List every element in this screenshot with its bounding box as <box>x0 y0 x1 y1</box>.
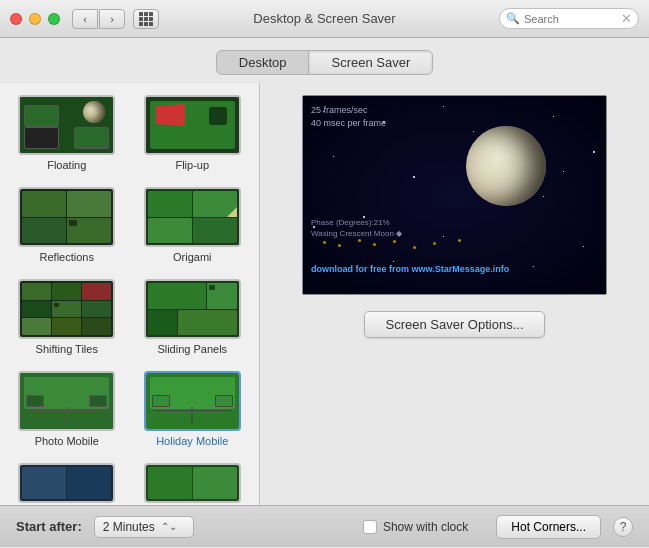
main-content: Floating Flip-up <box>0 83 649 505</box>
star <box>593 151 595 153</box>
screensaver-label: Reflections <box>40 251 94 263</box>
thumbnail <box>18 279 115 339</box>
star <box>543 196 544 197</box>
start-after-dropdown[interactable]: 2 Minutes ⌃⌄ <box>94 516 194 538</box>
star <box>583 246 584 247</box>
star <box>553 116 554 117</box>
star <box>333 156 334 157</box>
grid-icon <box>139 12 153 26</box>
grid-view-button[interactable] <box>133 9 159 29</box>
star <box>563 171 564 172</box>
star <box>443 106 444 107</box>
thumbnail <box>144 463 241 503</box>
thumbnail <box>18 95 115 155</box>
thumbnail <box>144 95 241 155</box>
orbital-dot <box>413 246 416 249</box>
list-item[interactable]: Photo Mobile <box>8 367 126 451</box>
start-after-label: Start after: <box>16 519 82 534</box>
list-item[interactable]: Origami <box>134 183 252 267</box>
traffic-lights <box>10 13 60 25</box>
close-button[interactable] <box>10 13 22 25</box>
back-button[interactable]: ‹ <box>72 9 98 29</box>
star <box>473 131 474 132</box>
orbital-dot <box>338 244 341 247</box>
preview-download-text: download for free from www.StarMessage.i… <box>311 264 598 274</box>
maximize-button[interactable] <box>48 13 60 25</box>
screensaver-label: Floating <box>47 159 86 171</box>
moon-graphic <box>466 126 546 206</box>
bottom-bar: Start after: 2 Minutes ⌃⌄ Show with cloc… <box>0 505 649 547</box>
screensaver-label: Flip-up <box>175 159 209 171</box>
orbital-dot <box>358 239 361 242</box>
orbital-dot <box>323 241 326 244</box>
screensaver-label: Holiday Mobile <box>156 435 228 447</box>
screen-saver-options-button[interactable]: Screen Saver Options... <box>364 311 544 338</box>
list-item[interactable]: Flip-up <box>134 91 252 175</box>
minimize-button[interactable] <box>29 13 41 25</box>
star <box>443 236 444 237</box>
screensaver-list: Floating Flip-up <box>0 83 260 505</box>
search-input[interactable] <box>524 13 614 25</box>
screensaver-label: Origami <box>173 251 212 263</box>
help-button[interactable]: ? <box>613 517 633 537</box>
star <box>393 261 394 262</box>
star <box>413 176 415 178</box>
start-after-value: 2 Minutes <box>103 520 155 534</box>
thumbnail <box>144 187 241 247</box>
show-clock-label: Show with clock <box>383 520 468 534</box>
search-box[interactable]: 🔍 ✕ <box>499 8 639 29</box>
preview-area: 25 frames/sec 40 msec per frame Phase (D… <box>260 83 649 505</box>
search-icon: 🔍 <box>506 12 520 25</box>
list-item[interactable]: Sliding Panels <box>134 275 252 359</box>
tab-bar: Desktop Screen Saver <box>0 38 649 83</box>
screensaver-label: Sliding Panels <box>157 343 227 355</box>
nav-buttons: ‹ › <box>72 9 125 29</box>
thumbnail <box>18 187 115 247</box>
list-item[interactable]: Holiday Mobile <box>134 367 252 451</box>
show-clock-checkbox[interactable] <box>363 520 377 534</box>
search-clear-icon[interactable]: ✕ <box>621 11 632 26</box>
thumbnail <box>18 371 115 431</box>
thumbnail <box>18 463 115 503</box>
preview-phase-text: Phase (Degrees):21% Waxing Crescent Moon… <box>311 218 402 239</box>
orbital-dot <box>458 239 461 242</box>
list-item[interactable] <box>8 459 126 505</box>
window-title: Desktop & Screen Saver <box>253 11 395 26</box>
segmented-control: Desktop Screen Saver <box>216 50 433 75</box>
preview-frame: 25 frames/sec 40 msec per frame Phase (D… <box>302 95 607 295</box>
title-bar: ‹ › Desktop & Screen Saver 🔍 ✕ <box>0 0 649 38</box>
list-item[interactable] <box>134 459 252 505</box>
hot-corners-button[interactable]: Hot Corners... <box>496 515 601 539</box>
dropdown-arrow-icon: ⌃⌄ <box>161 521 177 532</box>
show-clock-area: Show with clock <box>363 520 468 534</box>
orbital-dot <box>393 240 396 243</box>
list-item[interactable]: Reflections <box>8 183 126 267</box>
orbital-dot <box>433 242 436 245</box>
screensaver-label: Photo Mobile <box>35 435 99 447</box>
list-item[interactable]: Shifting Tiles <box>8 275 126 359</box>
preview-fps-text: 25 frames/sec 40 msec per frame <box>311 104 386 129</box>
orbital-dot <box>373 243 376 246</box>
list-item[interactable]: Floating <box>8 91 126 175</box>
thumbnail <box>144 279 241 339</box>
forward-button[interactable]: › <box>99 9 125 29</box>
thumbnail <box>144 371 241 431</box>
tab-screensaver[interactable]: Screen Saver <box>309 51 432 74</box>
screensaver-label: Shifting Tiles <box>36 343 98 355</box>
tab-desktop[interactable]: Desktop <box>217 51 309 74</box>
